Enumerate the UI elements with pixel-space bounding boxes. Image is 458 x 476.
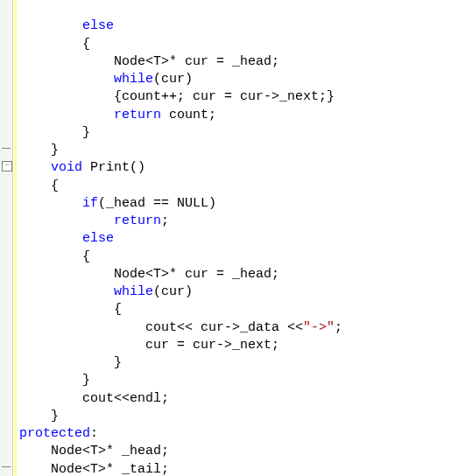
fold-dash	[2, 148, 11, 149]
keyword-return: return	[19, 108, 161, 122]
code-line: {	[19, 302, 122, 317]
code-line: }	[19, 373, 90, 388]
code-text: count;	[161, 108, 216, 122]
code-text: ;	[161, 214, 169, 228]
code-text: ;	[335, 320, 342, 335]
code-line: }	[19, 125, 90, 140]
code-line: }	[19, 409, 59, 424]
gutter	[0, 0, 13, 476]
code-text: :	[90, 426, 98, 441]
code-line: {	[19, 37, 90, 52]
keyword-while: while	[19, 72, 153, 87]
code-line: {	[19, 249, 90, 264]
code-text: (cur)	[153, 72, 193, 87]
keyword-if: if	[19, 196, 98, 211]
fold-toggle[interactable]: −	[2, 161, 12, 172]
code-text: (_head == NULL)	[98, 196, 216, 211]
code-line: }	[19, 355, 122, 370]
change-bar	[14, 0, 17, 476]
code-line: }	[19, 143, 59, 158]
code-line: cout<<endl;	[19, 391, 169, 406]
code-text: Print()	[82, 160, 145, 175]
fold-dash	[2, 466, 11, 467]
keyword-else: else	[19, 231, 114, 246]
keyword-void: void	[19, 160, 82, 175]
code-line: {	[19, 178, 59, 193]
keyword-return: return	[19, 214, 161, 228]
code-line: Node<T>* cur = _head;	[19, 54, 279, 69]
code-line: Node<T>* _tail;	[19, 462, 169, 477]
code-line: {count++; cur = cur->_next;}	[19, 89, 335, 104]
keyword-protected: protected	[19, 426, 90, 441]
code-line: Node<T>* cur = _head;	[19, 267, 279, 282]
keyword-else: else	[19, 18, 114, 33]
code-text: (cur)	[153, 284, 193, 299]
code-line: Node<T>* _head;	[19, 444, 169, 458]
code-block: else { Node<T>* cur = _head; while(cur) …	[19, 0, 458, 476]
code-line: cur = cur->_next;	[19, 338, 279, 353]
code-text: cout<< cur->_data <<	[19, 320, 303, 335]
keyword-while: while	[19, 284, 153, 299]
string-literal: "->"	[303, 320, 335, 335]
